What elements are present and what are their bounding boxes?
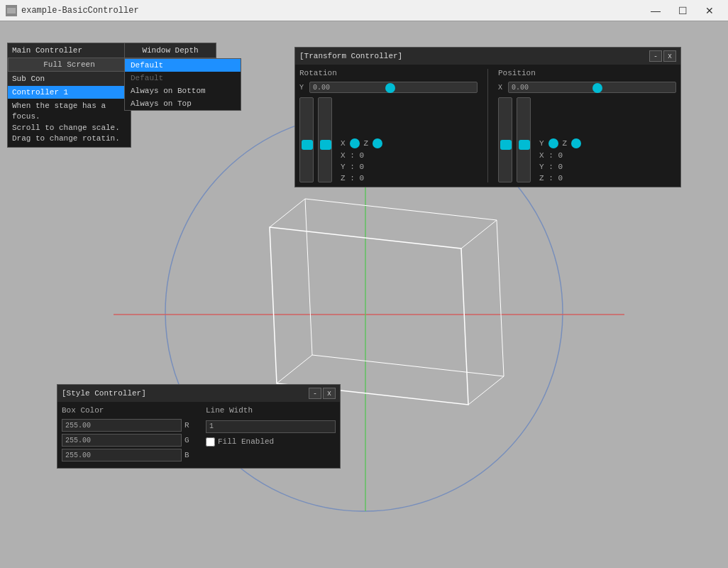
rotation-y-thumb[interactable] [385,83,395,93]
position-title: Position [498,69,676,77]
svg-line-10 [277,355,312,383]
position-z-thumb[interactable] [571,138,581,148]
rotation-z-thumb[interactable] [373,138,382,148]
rotation-vert-slider-1[interactable] [299,97,314,182]
app-title: example-BasicController [21,6,139,16]
position-x-slider[interactable]: 0.00 [508,82,676,93]
dropdown-item-always-top[interactable]: Always on Top [125,97,241,110]
svg-line-9 [468,376,504,405]
fill-enabled-label: Fill Enabled [218,437,274,446]
position-y-label: Y [539,139,544,148]
rotation-vert-thumb-1[interactable] [302,140,313,150]
color-b-label: B [184,451,192,459]
svg-line-7 [270,199,305,227]
rotation-x-value: X : 0 [341,151,382,160]
title-bar-left: example-BasicController [6,5,139,16]
fill-enabled-checkbox[interactable] [206,437,215,447]
transform-close-button[interactable]: x [663,50,676,62]
window-depth-button[interactable]: Window Depth [124,43,216,58]
position-y-value: Y : 0 [539,163,581,171]
main-area: Main Controller Full Screen Sub Con Cont… [0,21,728,568]
rotation-vert-thumb-2[interactable] [320,140,331,150]
position-vert-thumb-1[interactable] [500,140,512,150]
style-minimize-button[interactable]: - [309,388,321,399]
position-y-thumb[interactable] [548,138,558,148]
rotation-y-slider[interactable]: 0.00 [309,82,478,93]
position-x-thumb[interactable] [592,83,602,93]
rotation-y-axis-label: Y [299,84,307,92]
hint-text: When the stage has a focus. Scroll to ch… [8,99,131,147]
svg-rect-1 [7,8,16,13]
svg-line-8 [461,220,497,248]
rotation-x-thumb[interactable] [350,138,360,148]
position-x-axis-label: X [498,84,505,92]
full-screen-button[interactable]: Full Screen [8,58,131,72]
svg-marker-6 [305,199,504,376]
sub-con-title: Sub Con [12,75,45,83]
tc-separator [487,69,488,182]
fill-enabled-row: Fill Enabled [206,437,336,447]
line-width-section: Line Width Fill Enabled [206,406,336,464]
position-vert-thumb-2[interactable] [519,140,530,150]
rotation-title: Rotation [299,69,478,77]
box-color-section: Box Color R G B [62,406,192,464]
style-close-button[interactable]: x [323,388,336,399]
position-vert-slider-1[interactable] [498,97,512,182]
main-controller-header: Main Controller [8,43,131,58]
style-controller-controls: - x [309,388,336,399]
transform-controller-controls: - x [649,50,676,62]
title-bar: example-BasicController — ☐ ✕ [0,0,728,21]
rotation-section: Rotation Y 0.00 [299,69,478,182]
main-controller-title: Main Controller [12,46,82,55]
style-controller-title: [Style Controller] [62,389,146,398]
transform-controller-title: [Transform Controller] [299,52,402,60]
position-z-value: Z : 0 [539,174,581,182]
color-b-input[interactable] [62,449,182,462]
dropdown-item-default-dimmed[interactable]: Default [125,72,241,84]
line-width-title: Line Width [206,406,336,415]
position-vert-slider-2[interactable] [517,97,531,182]
transform-controller-body: Rotation Y 0.00 [295,65,680,187]
style-controller-header: [Style Controller] - x [57,385,340,402]
window-controls: — ☐ ✕ [643,0,722,21]
line-width-input[interactable] [206,420,336,433]
position-x-value: X : 0 [539,151,581,160]
style-controller-body: Box Color R G B Line Width [57,402,340,468]
color-r-row: R [62,419,192,432]
window-depth-dropdown: Default Default Always on Bottom Always … [124,58,241,111]
color-g-label: G [184,436,192,444]
color-r-input[interactable] [62,419,182,432]
rotation-z-value: Z : 0 [341,174,382,182]
rotation-z-label: Z [364,139,369,148]
color-g-input[interactable] [62,434,182,447]
rotation-x-label: X [341,139,346,148]
rotation-y-value: Y : 0 [341,163,382,171]
app-icon [6,5,17,16]
controller-1-item[interactable]: Controller 1 [8,86,131,99]
svg-marker-5 [270,227,468,405]
window-depth-area: Window Depth Default Default Always on B… [124,43,241,111]
main-controller-panel: Main Controller Full Screen Sub Con Cont… [7,43,131,148]
transform-minimize-button[interactable]: - [649,50,662,62]
rotation-vert-slider-2[interactable] [318,97,332,182]
transform-controller-header: [Transform Controller] - x [295,48,680,65]
position-section: Position X 0.00 [498,69,676,182]
transform-controller-panel: [Transform Controller] - x Rotation Y 0.… [294,47,681,187]
rotation-x-row: X Z [341,138,382,148]
position-z-label: Z [563,139,568,148]
color-g-row: G [62,434,192,447]
box-color-title: Box Color [62,406,192,415]
position-yz-row: Y Z [539,138,581,148]
dropdown-item-always-bottom[interactable]: Always on Bottom [125,84,241,97]
minimize-button[interactable]: — [643,0,668,21]
maximize-button[interactable]: ☐ [670,0,695,21]
dropdown-item-default-selected[interactable]: Default [125,59,241,72]
color-r-label: R [184,421,192,430]
close-button[interactable]: ✕ [697,0,722,21]
style-controller-panel: [Style Controller] - x Box Color R G [57,384,341,469]
color-b-row: B [62,449,192,462]
sub-con-header: Sub Con [8,72,131,86]
